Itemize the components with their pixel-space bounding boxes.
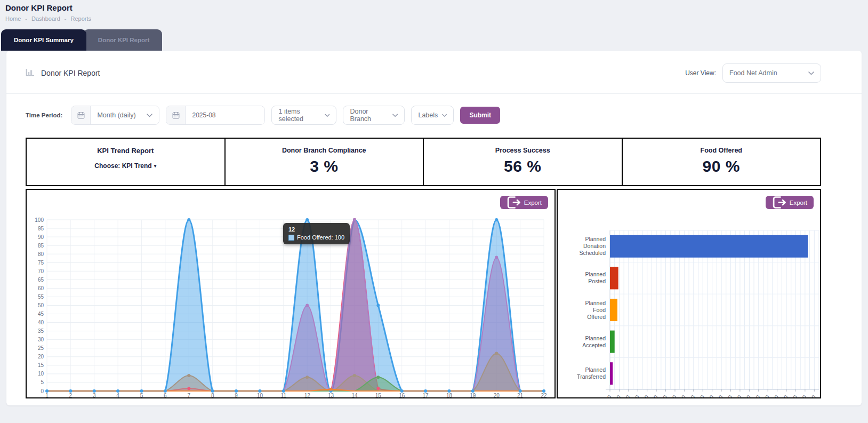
kpi-card-value: 3 % bbox=[226, 157, 423, 175]
kpi-trend-cell: KPI Trend Report Choose: KPI Trend ▾ bbox=[27, 139, 226, 185]
calendar-icon bbox=[166, 106, 186, 124]
svg-text:5: 5 bbox=[41, 379, 44, 385]
calendar-icon bbox=[71, 106, 91, 124]
svg-text:7: 7 bbox=[188, 393, 191, 397]
kpi-strip: KPI Trend Report Choose: KPI Trend ▾ Don… bbox=[26, 138, 821, 186]
svg-text:3: 3 bbox=[93, 393, 96, 397]
time-period-label: Time Period: bbox=[26, 112, 62, 118]
user-view-label: User View: bbox=[685, 69, 716, 77]
svg-text:9: 9 bbox=[235, 393, 238, 397]
svg-text:200: 200 bbox=[789, 394, 798, 397]
kpi-trend-dropdown[interactable]: Choose: KPI Trend ▾ bbox=[94, 162, 156, 170]
items-selected-select[interactable]: 1 items selected bbox=[271, 106, 336, 125]
caret-down-icon: ▾ bbox=[154, 163, 157, 169]
kpi-card-donor-branch-compliance: Donor Branch Compliance 3 % bbox=[226, 139, 424, 185]
user-view-select[interactable]: Food Net Admin bbox=[722, 63, 821, 83]
labels-value: Labels bbox=[418, 111, 438, 119]
breadcrumb-reports[interactable]: Reports bbox=[71, 15, 92, 22]
svg-text:120: 120 bbox=[714, 394, 724, 397]
svg-text:40: 40 bbox=[641, 394, 649, 397]
svg-text:18: 18 bbox=[446, 393, 453, 397]
kpi-card-food-offered: Food Offered 90 % bbox=[623, 139, 821, 185]
tooltip-label: Food Offered: 100 bbox=[297, 234, 344, 241]
kpi-trend-choose-label: Choose: KPI Trend bbox=[94, 162, 151, 170]
chevron-down-icon bbox=[392, 114, 398, 117]
svg-text:15: 15 bbox=[375, 393, 382, 397]
svg-text:4: 4 bbox=[116, 393, 119, 397]
export-button-left[interactable]: Export bbox=[500, 196, 548, 209]
breadcrumb-dashboard[interactable]: Dashboard bbox=[31, 15, 60, 22]
svg-text:180: 180 bbox=[770, 394, 779, 397]
tab-donor-kpi-summary[interactable]: Donor KPI Summary bbox=[1, 29, 86, 51]
svg-text:70: 70 bbox=[38, 268, 44, 274]
donor-branch-select[interactable]: Donor Branch bbox=[343, 106, 405, 125]
tab-donor-kpi-report[interactable]: Donor KPI Report bbox=[83, 29, 162, 51]
svg-text:5: 5 bbox=[140, 393, 143, 397]
svg-text:160: 160 bbox=[751, 394, 761, 397]
submit-button[interactable]: Submit bbox=[460, 107, 500, 124]
svg-text:70: 70 bbox=[669, 394, 677, 397]
filter-row: Time Period: Month (daily) 1 items selec… bbox=[26, 106, 821, 125]
svg-text:25: 25 bbox=[38, 345, 44, 351]
bar-chart-canvas[interactable]: PlannedDonationScheduledPlannedPostedPla… bbox=[558, 190, 820, 397]
svg-text:80: 80 bbox=[679, 394, 687, 397]
page-header: Donor KPI Report Home - Dashboard - Repo… bbox=[0, 0, 868, 22]
card-title: Donor KPI Report bbox=[41, 69, 100, 77]
svg-text:30: 30 bbox=[38, 337, 44, 342]
area-chart-canvas[interactable]: 0510152025303540455055606570758085909510… bbox=[27, 190, 554, 397]
svg-text:90: 90 bbox=[38, 234, 44, 240]
svg-text:45: 45 bbox=[38, 311, 44, 317]
planned-bar-chart: Export PlannedDonationScheduledPlannedPo… bbox=[557, 189, 821, 398]
svg-text:210: 210 bbox=[798, 394, 807, 397]
export-label: Export bbox=[524, 199, 542, 206]
svg-text:60: 60 bbox=[38, 285, 44, 291]
labels-select[interactable]: Labels bbox=[411, 106, 454, 125]
svg-text:100: 100 bbox=[695, 394, 705, 397]
chevron-down-icon bbox=[147, 114, 152, 117]
chart-tooltip: 12 Food Offered: 100 bbox=[283, 223, 350, 244]
svg-text:220: 220 bbox=[807, 394, 816, 397]
granularity-select[interactable]: Month (daily) bbox=[91, 106, 159, 124]
chevron-down-icon bbox=[442, 114, 447, 117]
user-view-value: Food Net Admin bbox=[729, 69, 777, 77]
divider bbox=[6, 93, 862, 94]
kpi-card-title: Process Success bbox=[424, 147, 622, 154]
chevron-down-icon bbox=[325, 114, 330, 117]
svg-text:10: 10 bbox=[614, 394, 622, 397]
export-button-right[interactable]: Export bbox=[766, 196, 814, 209]
svg-text:55: 55 bbox=[38, 294, 44, 300]
tab-bar: Donor KPI Summary Donor KPI Report bbox=[1, 29, 868, 51]
svg-text:20: 20 bbox=[623, 394, 631, 397]
svg-text:16: 16 bbox=[399, 393, 405, 397]
svg-text:100: 100 bbox=[35, 217, 44, 223]
svg-text:PlannedTransferred: PlannedTransferred bbox=[577, 366, 606, 380]
breadcrumb-separator: - bbox=[25, 15, 27, 22]
svg-text:190: 190 bbox=[779, 394, 789, 397]
svg-text:150: 150 bbox=[742, 394, 751, 397]
svg-text:PlannedAccepted: PlannedAccepted bbox=[582, 335, 606, 348]
page-title: Donor KPI Report bbox=[5, 3, 861, 12]
svg-text:19: 19 bbox=[470, 393, 476, 397]
svg-text:35: 35 bbox=[38, 328, 44, 334]
svg-text:20: 20 bbox=[38, 354, 44, 360]
kpi-trend-title: KPI Trend Report bbox=[27, 147, 224, 155]
svg-text:12: 12 bbox=[304, 393, 311, 397]
svg-text:140: 140 bbox=[733, 394, 742, 397]
user-view-group: User View: Food Net Admin bbox=[685, 63, 821, 83]
tooltip-title: 12 bbox=[288, 226, 344, 233]
breadcrumb-home[interactable]: Home bbox=[5, 15, 21, 22]
export-icon bbox=[772, 196, 786, 209]
svg-text:14: 14 bbox=[351, 393, 358, 397]
svg-text:PlannedPosted: PlannedPosted bbox=[585, 271, 606, 284]
report-card: Donor KPI Report User View: Food Net Adm… bbox=[6, 51, 862, 405]
bar-chart-icon bbox=[26, 68, 35, 78]
granularity-value: Month (daily) bbox=[97, 111, 135, 119]
chevron-down-icon bbox=[808, 71, 814, 75]
svg-text:85: 85 bbox=[38, 243, 44, 249]
donor-branch-value: Donor Branch bbox=[350, 108, 388, 123]
kpi-card-title: Donor Branch Compliance bbox=[226, 147, 423, 154]
granularity-group: Month (daily) bbox=[71, 106, 159, 125]
month-input[interactable] bbox=[186, 106, 264, 124]
svg-text:13: 13 bbox=[328, 393, 334, 397]
svg-text:110: 110 bbox=[705, 394, 714, 397]
